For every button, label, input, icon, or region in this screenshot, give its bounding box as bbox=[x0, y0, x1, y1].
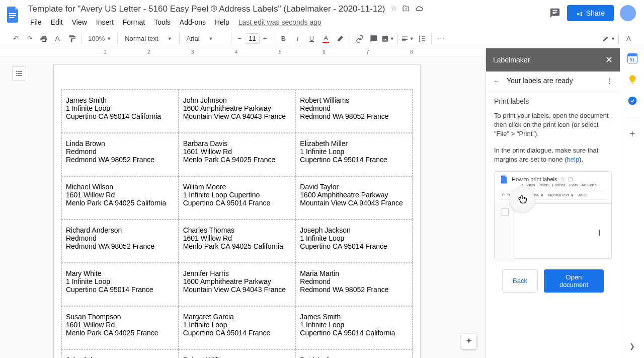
svg-rect-0 bbox=[9, 13, 16, 14]
fontsize-plus[interactable]: + bbox=[260, 33, 271, 44]
fontsize-value[interactable]: 11 bbox=[246, 33, 260, 44]
label-cell[interactable]: Linda BrownRedmondRedmond WA 98052 Franc… bbox=[61, 133, 179, 176]
open-document-button[interactable]: Open document bbox=[544, 269, 604, 293]
close-icon[interactable]: ✕ bbox=[605, 54, 613, 65]
image-button[interactable]: ▼ bbox=[381, 32, 394, 45]
explore-button[interactable] bbox=[461, 334, 476, 349]
svg-point-3 bbox=[628, 97, 636, 105]
label-cell[interactable]: Joseph Jackson1 Infinite LoopCupertino C… bbox=[295, 220, 413, 263]
label-cell[interactable]: Elizabeth Miller1 Infinite LoopCupertino… bbox=[295, 133, 413, 176]
instruction-p1: To print your labels, open the document … bbox=[494, 111, 612, 139]
redo-button[interactable]: ↷ bbox=[23, 32, 36, 45]
label-cell[interactable]: Michael Wilson1601 Willow RdMenlo Park C… bbox=[61, 176, 179, 220]
highlight-button[interactable] bbox=[334, 32, 347, 45]
label-cell[interactable]: Barbara Davis1601 Willow RdMenlo Park CA… bbox=[179, 133, 296, 176]
italic-button[interactable]: I bbox=[291, 32, 304, 45]
label-cell[interactable]: James Smith1 Infinite LoopCupertino CA 9… bbox=[295, 306, 413, 349]
menu-format[interactable]: Format bbox=[119, 16, 149, 28]
bold-button[interactable]: B bbox=[277, 32, 290, 45]
link-button[interactable] bbox=[353, 32, 366, 45]
label-cell[interactable]: Maria MartinRedmondRedmond WA 98052 Fran… bbox=[295, 263, 413, 306]
keep-icon[interactable] bbox=[627, 75, 637, 85]
cloud-icon[interactable] bbox=[415, 5, 423, 14]
menu-help[interactable]: Help bbox=[211, 16, 233, 28]
label-cell[interactable]: David Taylor1600 Amphitheatre ParkwayMou… bbox=[295, 176, 413, 220]
calendar-icon[interactable]: 31 bbox=[627, 53, 637, 63]
last-edit[interactable]: Last edit was seconds ago bbox=[234, 16, 326, 28]
ruler[interactable]: 12345678 bbox=[0, 48, 486, 56]
title-area: Template for "Avery US Letter - 5160 Eas… bbox=[26, 3, 549, 28]
menu-view[interactable]: View bbox=[68, 16, 91, 28]
instruction-p2: In the print dialogue, make sure that ma… bbox=[494, 146, 612, 164]
style-select[interactable]: Normal text▼ bbox=[121, 35, 176, 42]
back-icon[interactable]: ← bbox=[493, 77, 500, 85]
comments-icon[interactable] bbox=[549, 7, 561, 19]
label-cell[interactable]: Patricia Jones1600 Amphitheatre Parkway bbox=[295, 349, 413, 358]
document-page[interactable]: James Smith1 Infinite LoopCupertino CA 9… bbox=[53, 64, 421, 358]
line-spacing-button[interactable] bbox=[415, 32, 428, 45]
add-addon-icon[interactable]: + bbox=[627, 128, 637, 138]
sidebar-title: Labelmaker bbox=[493, 56, 530, 64]
app-header: Template for "Avery US Letter - 5160 Eas… bbox=[0, 0, 644, 29]
kebab-icon[interactable]: ⋮ bbox=[606, 77, 613, 85]
label-cell[interactable]: John Johnson1600 Amphitheatre ParkwayMou… bbox=[179, 90, 296, 133]
share-button[interactable]: Share bbox=[567, 5, 614, 21]
comment-button[interactable] bbox=[367, 32, 380, 45]
move-icon[interactable] bbox=[402, 5, 410, 14]
back-button[interactable]: Back bbox=[502, 269, 538, 293]
sidebar-header: Labelmaker ✕ bbox=[486, 48, 620, 71]
paint-format-button[interactable] bbox=[65, 32, 78, 45]
undo-button[interactable]: ↶ bbox=[9, 32, 22, 45]
help-link[interactable]: help bbox=[567, 156, 580, 163]
docs-logo[interactable] bbox=[4, 5, 22, 23]
label-cell[interactable]: Charles Thomas1601 Willow RdMenlo Park C… bbox=[179, 220, 296, 263]
avatar[interactable] bbox=[620, 5, 636, 21]
print-button[interactable] bbox=[37, 32, 50, 45]
label-cell[interactable]: Susan Thompson1601 Willow RdMenlo Park C… bbox=[61, 306, 179, 349]
sidebar-nav-title: Your labels are ready bbox=[507, 77, 599, 85]
underline-button[interactable]: U bbox=[305, 32, 318, 45]
label-cell[interactable]: Wiliam Moore1 Infinite Loop CupertinoCup… bbox=[179, 176, 296, 220]
more-button[interactable]: ⋯ bbox=[435, 32, 448, 45]
collapse-button[interactable]: ᐱ bbox=[622, 32, 635, 45]
menu-insert[interactable]: Insert bbox=[92, 16, 118, 28]
label-cell[interactable]: James Smith1 Infinite LoopCupertino CA 9… bbox=[61, 90, 179, 133]
menu-bar: File Edit View Insert Format Tools Add-o… bbox=[26, 16, 549, 28]
instruction-image: How to print labels ☆ ▢ tViewInsertForma… bbox=[494, 171, 612, 259]
label-cell[interactable]: John Johnson1600 Amphitheatre Parkway bbox=[61, 349, 179, 358]
svg-rect-1 bbox=[9, 15, 16, 16]
hide-rail-icon[interactable]: ❯ bbox=[629, 342, 635, 358]
star-icon[interactable]: ☆ bbox=[391, 5, 397, 14]
align-button[interactable]: ▼ bbox=[401, 32, 414, 45]
text-color-button[interactable]: A bbox=[319, 32, 333, 45]
svg-rect-2 bbox=[9, 17, 14, 18]
menu-addons[interactable]: Add-ons bbox=[176, 16, 210, 28]
label-cell[interactable]: Jennifer Harris1600 Amphitheatre Parkway… bbox=[179, 263, 296, 306]
label-cell[interactable]: Robert WilliamsRedmond bbox=[179, 349, 296, 358]
menu-tools[interactable]: Tools bbox=[150, 16, 175, 28]
label-cell[interactable]: Robert WilliamsRedmondRedmond WA 98052 F… bbox=[295, 90, 413, 133]
tasks-icon[interactable] bbox=[627, 96, 637, 106]
font-select[interactable]: Arial▼ bbox=[183, 35, 228, 42]
menu-edit[interactable]: Edit bbox=[47, 16, 67, 28]
fontsize-control: − 11 + bbox=[234, 33, 271, 44]
toolbar: ↶ ↷ Aᵢ 100%▼ Normal text▼ Arial▼ − 11 + … bbox=[0, 29, 644, 48]
doc-title[interactable]: Template for "Avery US Letter - 5160 Eas… bbox=[26, 3, 387, 15]
addon-sidebar: Labelmaker ✕ ← Your labels are ready ⋮ P… bbox=[486, 48, 620, 358]
share-label: Share bbox=[586, 9, 605, 17]
right-rail: 31 + ❯ bbox=[620, 48, 644, 358]
zoom-select[interactable]: 100%▼ bbox=[85, 35, 114, 42]
label-cell[interactable]: Margaret Garcia1 Infinite LoopCupertino … bbox=[179, 306, 296, 349]
section-heading: Print labels bbox=[494, 97, 612, 105]
document-area: 12345678 James Smith1 Infinite LoopCuper… bbox=[0, 48, 486, 358]
menu-file[interactable]: File bbox=[26, 16, 46, 28]
spellcheck-button[interactable]: Aᵢ bbox=[51, 32, 64, 45]
label-cell[interactable]: Richard AndersonRedmondRedmond WA 98052 … bbox=[61, 220, 179, 263]
fontsize-minus[interactable]: − bbox=[234, 33, 246, 44]
editing-mode-button[interactable]: ▼ bbox=[602, 32, 615, 45]
label-cell[interactable]: Mary White1 Infinite LoopCupertino CA 95… bbox=[61, 263, 179, 306]
